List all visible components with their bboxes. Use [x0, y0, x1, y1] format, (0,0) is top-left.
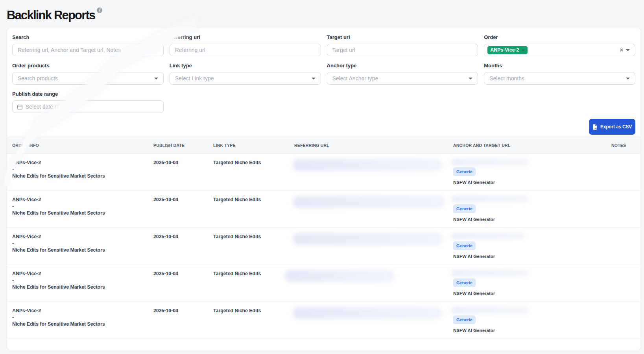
referring-url-redacted — [292, 233, 443, 245]
table-head: ORDER INFO PUBLISH DATE LINK TYPE REFERR… — [7, 137, 641, 154]
order-multiselect[interactable]: ANPs-Vice-2 × × — [484, 44, 635, 56]
cell-notes — [611, 154, 641, 191]
order-name-link[interactable]: ANPs-Vice-2 — [12, 234, 153, 240]
col-header-order-info[interactable]: ORDER INFO — [7, 137, 153, 154]
referring-url-label: Referring url — [170, 34, 321, 41]
order-name-link[interactable]: ANPs-Vice-2 — [12, 308, 153, 314]
target-url-link[interactable]: NSFW AI Generator — [453, 291, 611, 296]
order-clear-icon[interactable]: × — [619, 46, 624, 54]
months-label: Months — [484, 63, 635, 69]
cell-publish-date: 2025-10-04 — [153, 302, 213, 339]
order-name-link[interactable]: ANPs-Vice-2 — [12, 196, 153, 203]
target-url-link[interactable]: NSFW AI Generator — [453, 180, 611, 185]
order-product-name: Niche Edits for Sensitive Market Sectors — [12, 284, 153, 291]
referring-url-input[interactable] — [175, 44, 316, 56]
link-type-label: Link type — [170, 63, 321, 69]
order-separator: - — [12, 277, 153, 284]
order-tag-remove-icon[interactable]: × — [522, 47, 525, 53]
target-url-link[interactable]: NSFW AI Generator — [453, 254, 611, 259]
link-type-value: Targeted Niche Edits — [213, 196, 294, 203]
table-row: ANPs-Vice-2 - Niche Edits for Sensitive … — [7, 228, 641, 265]
backlink-table: ORDER INFO PUBLISH DATE LINK TYPE REFERR… — [7, 137, 641, 339]
target-url-link[interactable]: NSFW AI Generator — [453, 217, 611, 222]
table-row: ANPs-Vice-2 - Niche Edits for Sensitive … — [7, 154, 641, 191]
col-header-referring-url[interactable]: REFERRING URL — [294, 137, 453, 154]
search-control — [12, 44, 164, 56]
order-products-select[interactable]: Search products — [12, 72, 164, 85]
search-label: Search — [12, 34, 164, 41]
cell-publish-date: 2025-10-04 — [153, 191, 213, 228]
anchor-type-select[interactable]: Select Anchor type — [327, 72, 478, 85]
order-separator: - — [12, 203, 153, 210]
page-header: Backlink Reports i — [7, 0, 641, 28]
cell-referring-url — [294, 154, 453, 191]
publish-date-range-input[interactable] — [23, 101, 158, 113]
anchor-text-redacted — [451, 233, 524, 239]
field-link-type: Link type Select Link type — [170, 63, 321, 85]
cell-anchor-target: Generic NSFW AI Generator — [453, 302, 611, 339]
order-product-name: Niche Edits for Sensitive Market Sectors — [12, 210, 153, 217]
col-header-publish-date[interactable]: PUBLISH DATE — [153, 137, 213, 154]
target-url-link[interactable]: NSFW AI Generator — [453, 328, 611, 333]
order-separator: - — [12, 240, 153, 247]
cell-order-info: ANPs-Vice-2 - Niche Edits for Sensitive … — [7, 302, 153, 339]
export-csv-label: Export as CSV — [600, 124, 632, 130]
anchor-type-badge: Generic — [453, 278, 476, 287]
link-type-value: Targeted Niche Edits — [213, 159, 294, 166]
field-target-url: Target url — [327, 34, 478, 56]
link-type-placeholder: Select Link type — [175, 75, 214, 82]
months-caret-icon — [626, 78, 630, 80]
calendar-icon — [17, 104, 23, 110]
table-body: ANPs-Vice-2 - Niche Edits for Sensitive … — [7, 154, 641, 339]
anchor-text-redacted — [451, 307, 528, 313]
filter-grid-row2: Order products Search products Link type… — [12, 63, 635, 91]
field-anchor-type: Anchor type Select Anchor type — [327, 63, 478, 85]
table-row: ANPs-Vice-2 - Niche Edits for Sensitive … — [7, 302, 641, 339]
months-select[interactable]: Select months — [484, 72, 635, 85]
link-type-value: Targeted Niche Edits — [213, 308, 294, 314]
anchor-type-badge: Generic — [453, 241, 476, 250]
referring-url-redacted — [292, 196, 445, 208]
cell-order-info: ANPs-Vice-2 - Niche Edits for Sensitive … — [7, 191, 153, 228]
order-separator: - — [12, 166, 153, 173]
info-icon[interactable]: i — [97, 7, 102, 13]
order-products-caret-icon — [154, 78, 158, 80]
order-product-name: Niche Edits for Sensitive Market Sectors — [12, 321, 153, 328]
order-label: Order — [484, 34, 635, 41]
order-product-name: Niche Edits for Sensitive Market Sectors — [12, 247, 153, 254]
cell-anchor-target: Generic NSFW AI Generator — [453, 191, 611, 228]
publish-date-value: 2025-10-04 — [153, 234, 213, 240]
cell-notes — [611, 302, 641, 339]
col-header-link-type[interactable]: LINK TYPE — [213, 137, 294, 154]
cell-anchor-target: Generic NSFW AI Generator — [453, 228, 611, 265]
search-input[interactable] — [18, 44, 158, 56]
table-header-row: ORDER INFO PUBLISH DATE LINK TYPE REFERR… — [7, 137, 641, 154]
field-order-products: Order products Search products — [12, 63, 164, 85]
field-order: Order ANPs-Vice-2 × × — [484, 34, 635, 56]
export-csv-button[interactable]: CSV Export as CSV — [589, 119, 635, 135]
order-products-label: Order products — [12, 63, 164, 69]
months-placeholder: Select months — [489, 75, 524, 82]
publish-date-value: 2025-10-04 — [153, 159, 213, 166]
page-title: Backlink Reports — [7, 7, 95, 23]
order-name-link[interactable]: ANPs-Vice-2 — [12, 271, 153, 277]
cell-notes — [611, 265, 641, 302]
col-header-anchor-target-url[interactable]: ANCHOR AND TARGET URL — [453, 137, 611, 154]
col-header-notes[interactable]: NOTES — [611, 137, 641, 154]
target-url-label: Target url — [327, 34, 478, 41]
cell-order-info: ANPs-Vice-2 - Niche Edits for Sensitive … — [7, 265, 153, 302]
cell-anchor-target: Generic NSFW AI Generator — [453, 265, 611, 302]
cell-link-type: Targeted Niche Edits — [213, 191, 294, 228]
target-url-input[interactable] — [332, 44, 473, 56]
backlink-reports-card: Search Referring url Target url — [7, 28, 641, 350]
anchor-type-badge: Generic — [453, 204, 476, 213]
cell-referring-url — [294, 228, 453, 265]
order-name-link[interactable]: ANPs-Vice-2 — [12, 159, 153, 166]
cell-publish-date: 2025-10-04 — [153, 228, 213, 265]
cell-link-type: Targeted Niche Edits — [213, 228, 294, 265]
referring-url-redacted — [292, 159, 443, 171]
link-type-select[interactable]: Select Link type — [170, 72, 321, 85]
cell-order-info: ANPs-Vice-2 - Niche Edits for Sensitive … — [7, 154, 153, 191]
order-caret-icon[interactable] — [626, 49, 630, 51]
page: Backlink Reports i Search Referring url — [0, 0, 644, 350]
